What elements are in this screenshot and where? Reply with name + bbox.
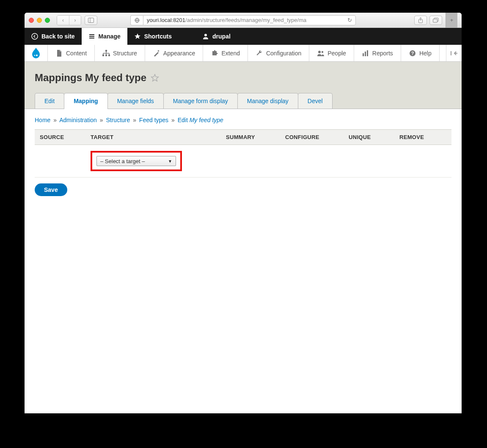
menu-appearance[interactable]: Appearance bbox=[145, 45, 204, 61]
cell-source bbox=[35, 145, 85, 178]
star-icon bbox=[134, 33, 141, 40]
cell-configure bbox=[280, 145, 344, 178]
table-row: – Select a target – ▼ bbox=[35, 145, 451, 178]
svg-rect-25 bbox=[157, 50, 159, 52]
svg-rect-0 bbox=[88, 18, 94, 22]
th-summary: SUMMARY bbox=[221, 130, 280, 145]
breadcrumb-feed-types[interactable]: Feed types bbox=[139, 117, 168, 123]
th-unique: UNIQUE bbox=[344, 130, 394, 145]
svg-point-9 bbox=[32, 33, 38, 39]
wrench-icon bbox=[256, 49, 263, 57]
menu-structure-label: Structure bbox=[113, 50, 137, 57]
cell-target: – Select a target – ▼ bbox=[85, 145, 221, 178]
svg-rect-18 bbox=[102, 55, 104, 56]
save-button[interactable]: Save bbox=[35, 183, 67, 196]
svg-rect-30 bbox=[367, 50, 368, 56]
menu-content-label: Content bbox=[66, 50, 87, 57]
menu-configuration[interactable]: Configuration bbox=[248, 45, 309, 61]
svg-rect-29 bbox=[365, 52, 366, 56]
chevron-down-icon: ▼ bbox=[168, 159, 172, 164]
svg-point-26 bbox=[318, 51, 321, 53]
minimize-window-button[interactable] bbox=[37, 18, 42, 23]
tab-mapping[interactable]: Mapping bbox=[64, 93, 108, 109]
breadcrumb-structure[interactable]: Structure bbox=[106, 117, 130, 123]
admin-menu: Content Structure Appearance Extend Conf… bbox=[25, 45, 462, 62]
sidebar-toggle-button[interactable] bbox=[85, 16, 97, 25]
shortcuts-label: Shortcuts bbox=[144, 33, 172, 40]
menu-configuration-label: Configuration bbox=[266, 50, 301, 57]
drupal-toolbar: Back to site Manage Shortcuts drupal bbox=[25, 28, 462, 45]
breadcrumb-home[interactable]: Home bbox=[35, 117, 50, 123]
tabs-button[interactable] bbox=[429, 16, 442, 25]
paintbrush-icon bbox=[153, 49, 160, 57]
document-icon bbox=[55, 49, 63, 57]
bar-chart-icon bbox=[362, 49, 369, 57]
breadcrumb-edit-prefix[interactable]: Edit bbox=[178, 117, 188, 123]
menu-structure[interactable]: Structure bbox=[95, 45, 145, 61]
content-region: Home » Administration » Structure » Feed… bbox=[25, 109, 462, 209]
back-button[interactable]: ‹ bbox=[57, 16, 69, 25]
site-info-icon[interactable] bbox=[130, 15, 143, 25]
page-header-region: Mappings My feed type Edit Mapping Manag… bbox=[25, 62, 462, 109]
address-bar[interactable]: youri.local:8201/admin/structure/feeds/m… bbox=[143, 15, 356, 25]
menu-reports[interactable]: Reports bbox=[354, 45, 401, 61]
new-tab-button[interactable]: + bbox=[446, 13, 457, 28]
tab-devel[interactable]: Devel bbox=[298, 93, 333, 109]
user-menu[interactable]: drupal bbox=[195, 28, 237, 45]
breadcrumb-admin[interactable]: Administration bbox=[59, 117, 97, 123]
menu-people[interactable]: People bbox=[309, 45, 354, 61]
th-configure: CONFIGURE bbox=[280, 130, 344, 145]
manage-toggle[interactable]: Manage bbox=[82, 28, 127, 45]
chevron-left-icon bbox=[31, 33, 38, 40]
close-window-button[interactable] bbox=[29, 18, 34, 23]
th-source: SOURCE bbox=[35, 130, 85, 145]
favorite-star-icon[interactable] bbox=[151, 74, 159, 82]
menu-appearance-label: Appearance bbox=[163, 50, 195, 57]
drupal-logo[interactable] bbox=[25, 45, 48, 61]
cell-remove bbox=[394, 145, 451, 178]
breadcrumb-sep: » bbox=[100, 117, 103, 123]
tab-manage-fields[interactable]: Manage fields bbox=[107, 93, 164, 109]
cell-unique bbox=[344, 145, 394, 178]
target-select[interactable]: – Select a target – ▼ bbox=[96, 156, 176, 166]
menu-extend[interactable]: Extend bbox=[203, 45, 248, 61]
shortcuts-link[interactable]: Shortcuts bbox=[127, 28, 179, 45]
back-to-site-label: Back to site bbox=[41, 33, 75, 40]
breadcrumb-sep: » bbox=[133, 117, 136, 123]
page-title: Mappings My feed type bbox=[35, 72, 146, 84]
url-path: /admin/structure/feeds/manage/my_feed_ty… bbox=[185, 17, 306, 23]
back-to-site-link[interactable]: Back to site bbox=[25, 28, 82, 45]
user-label: drupal bbox=[212, 33, 231, 40]
target-select-label: – Select a target – bbox=[100, 158, 145, 164]
forward-button[interactable]: › bbox=[69, 16, 81, 25]
nav-back-forward: ‹ › bbox=[57, 15, 81, 25]
tab-manage-display[interactable]: Manage display bbox=[237, 93, 298, 109]
th-target: TARGET bbox=[85, 130, 221, 145]
local-tabs: Edit Mapping Manage fields Manage form d… bbox=[35, 93, 451, 109]
breadcrumb-current[interactable]: My feed type bbox=[190, 117, 223, 123]
cell-summary bbox=[221, 145, 280, 178]
manage-label: Manage bbox=[99, 33, 121, 40]
tab-edit[interactable]: Edit bbox=[35, 93, 64, 109]
mappings-table: SOURCE TARGET SUMMARY CONFIGURE UNIQUE R… bbox=[35, 129, 451, 178]
breadcrumb-sep: » bbox=[53, 117, 57, 123]
window-controls bbox=[29, 18, 50, 23]
menu-help[interactable]: ? Help bbox=[401, 45, 440, 61]
maximize-window-button[interactable] bbox=[45, 18, 50, 23]
svg-rect-19 bbox=[105, 55, 107, 56]
share-button[interactable] bbox=[414, 16, 427, 25]
breadcrumb-sep: » bbox=[171, 117, 175, 123]
menu-people-label: People bbox=[327, 50, 346, 57]
svg-point-15 bbox=[36, 55, 38, 56]
hierarchy-icon bbox=[102, 49, 110, 57]
th-remove: REMOVE bbox=[394, 130, 451, 145]
menu-content[interactable]: Content bbox=[48, 45, 95, 61]
browser-titlebar: ‹ › youri.local:8201/admin/structure/fee… bbox=[25, 13, 462, 28]
menu-reports-label: Reports bbox=[372, 50, 393, 57]
svg-point-14 bbox=[204, 34, 207, 36]
reload-icon[interactable]: ↻ bbox=[347, 17, 352, 23]
user-icon bbox=[202, 33, 209, 40]
svg-rect-20 bbox=[108, 55, 110, 56]
toolbar-orientation-toggle[interactable] bbox=[446, 45, 462, 61]
tab-manage-form-display[interactable]: Manage form display bbox=[163, 93, 238, 109]
